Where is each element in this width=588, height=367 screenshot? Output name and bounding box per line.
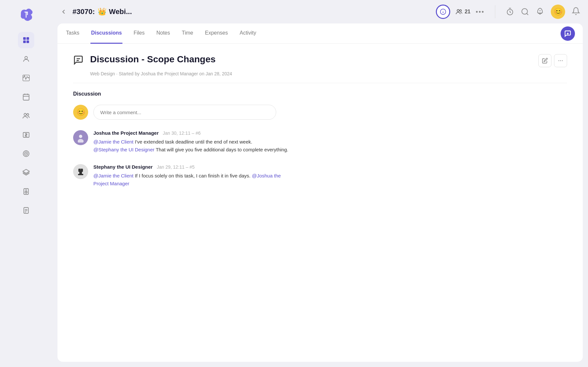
- svg-point-39: [559, 60, 559, 61]
- svg-rect-0: [23, 37, 26, 40]
- svg-rect-1: [26, 37, 29, 40]
- svg-rect-45: [79, 172, 82, 174]
- svg-point-47: [80, 169, 81, 170]
- sidebar-item-grid[interactable]: [18, 32, 34, 48]
- tab-time[interactable]: Time: [181, 23, 194, 44]
- comment-line1-text: I've extended task deadline until the en…: [134, 139, 252, 145]
- discussion-section-label: Discussion: [73, 91, 567, 97]
- svg-point-34: [539, 10, 540, 11]
- topbar: #3070: 👑 Webi... 21 •••: [52, 0, 588, 23]
- topbar-divider: [495, 5, 495, 18]
- sidebar-item-dollar[interactable]: [18, 127, 34, 143]
- svg-point-32: [522, 8, 527, 14]
- tabs-bar: Tasks Discussions Files Notes Time Expen…: [57, 23, 583, 44]
- new-discussion-button[interactable]: [561, 26, 575, 41]
- comment-username-stephany: Stephany the UI Designer: [93, 164, 153, 170]
- discussion-actions: [538, 54, 567, 67]
- tab-tasks[interactable]: Tasks: [65, 23, 80, 44]
- comment-body-stephany: Stephany the UI Designer Jan 29, 12:11 –…: [93, 164, 567, 188]
- svg-rect-2: [23, 40, 26, 43]
- edit-discussion-button[interactable]: [538, 54, 551, 67]
- sidebar-item-activity[interactable]: [18, 70, 34, 86]
- tab-notes[interactable]: Notes: [156, 23, 171, 44]
- svg-point-42: [79, 135, 82, 138]
- sidebar: [0, 0, 52, 367]
- sidebar-item-layers[interactable]: [18, 164, 34, 181]
- comment-joshua: Joshua the Project Manager Jan 30, 12:11…: [73, 130, 567, 154]
- svg-point-40: [560, 60, 561, 61]
- sidebar-item-report[interactable]: [18, 202, 34, 219]
- svg-point-41: [562, 60, 563, 61]
- discussion-divider: [73, 83, 567, 83]
- comment-input[interactable]: [93, 105, 276, 120]
- topbar-actions: 😊: [506, 5, 580, 19]
- notification-bell[interactable]: [572, 7, 580, 17]
- mention-jamie: @Jamie the Client: [93, 139, 134, 145]
- tab-files[interactable]: Files: [133, 23, 145, 44]
- comment-line2-text: That will give you five additional days …: [154, 147, 288, 152]
- discussion-content: Discussion - Scope Changes: [57, 44, 583, 362]
- members-count: 21: [465, 9, 470, 15]
- tab-activity[interactable]: Activity: [239, 23, 257, 44]
- svg-rect-3: [26, 40, 29, 43]
- more-options-button[interactable]: •••: [476, 8, 485, 16]
- discussion-title: Discussion - Scope Changes: [90, 54, 538, 65]
- svg-point-11: [27, 114, 29, 115]
- svg-point-28: [457, 9, 459, 11]
- sidebar-item-calendar[interactable]: [18, 89, 34, 105]
- discussion-icon: [73, 54, 85, 66]
- timer-icon[interactable]: [506, 8, 514, 16]
- comment-meta-joshua: Joshua the Project Manager Jan 30, 12:11…: [93, 130, 567, 136]
- user-avatar[interactable]: 😊: [551, 5, 565, 19]
- svg-rect-6: [23, 94, 29, 100]
- sidebar-item-target[interactable]: [18, 145, 34, 162]
- tab-discussions[interactable]: Discussions: [90, 23, 122, 44]
- sidebar-item-person[interactable]: [18, 51, 34, 67]
- back-button[interactable]: [60, 8, 67, 15]
- comment-input-row: 😊: [73, 105, 567, 120]
- members-button[interactable]: 21: [455, 8, 470, 15]
- svg-point-10: [24, 114, 26, 116]
- rocket-icon[interactable]: [536, 8, 544, 16]
- app-logo: [18, 7, 34, 23]
- sidebar-item-team[interactable]: [18, 108, 34, 124]
- comment-meta-stephany: Stephany the UI Designer Jan 29, 12:11 –…: [93, 164, 567, 170]
- current-user-avatar: 😊: [73, 105, 88, 120]
- comment-timestamp-joshua: Jan 30, 12:11 – #6: [163, 130, 201, 136]
- mention-jamie-2: @Jamie the Client: [93, 173, 134, 178]
- comment-text-joshua: @Jamie the Client I've extended task dea…: [93, 138, 567, 154]
- content-wrapper: Tasks Discussions Files Notes Time Expen…: [57, 23, 583, 362]
- mention-stephany: @Stephany the UI Designer: [93, 147, 154, 152]
- svg-line-33: [527, 13, 528, 15]
- comment-body-joshua: Joshua the Project Manager Jan 30, 12:11…: [93, 130, 567, 154]
- svg-point-16: [26, 153, 26, 154]
- tab-expenses[interactable]: Expenses: [204, 23, 229, 44]
- comment-timestamp-stephany: Jan 29, 12:11 – #5: [157, 164, 195, 170]
- project-crown: 👑: [98, 8, 106, 16]
- project-number: #3070:: [72, 8, 95, 16]
- sidebar-item-clipboard-clock[interactable]: [18, 183, 34, 200]
- project-title: #3070: 👑 Webi...: [72, 8, 431, 16]
- svg-point-43: [78, 139, 84, 143]
- svg-rect-21: [24, 207, 28, 213]
- svg-point-29: [460, 10, 462, 11]
- joshua-avatar: [73, 130, 88, 145]
- comment-stephany: Stephany the UI Designer Jan 29, 12:11 –…: [73, 164, 567, 188]
- comment-text-stephany: @Jamie the Client If I focus solely on t…: [93, 172, 567, 188]
- comment-username-joshua: Joshua the Project Manager: [93, 130, 159, 136]
- search-icon[interactable]: [521, 8, 529, 16]
- svg-point-4: [25, 56, 27, 59]
- main-area: #3070: 👑 Webi... 21 •••: [52, 0, 588, 367]
- project-name: Webi...: [109, 8, 132, 16]
- info-button[interactable]: [436, 5, 450, 19]
- stephany-avatar: [73, 164, 88, 179]
- comment-stephany-text: If I focus solely on this task, I can fi…: [134, 173, 252, 178]
- more-discussion-button[interactable]: [554, 54, 567, 67]
- discussion-meta: Web Design · Started by Joshua the Proje…: [90, 71, 567, 76]
- svg-rect-46: [78, 174, 83, 175]
- discussion-header: Discussion - Scope Changes: [73, 54, 567, 67]
